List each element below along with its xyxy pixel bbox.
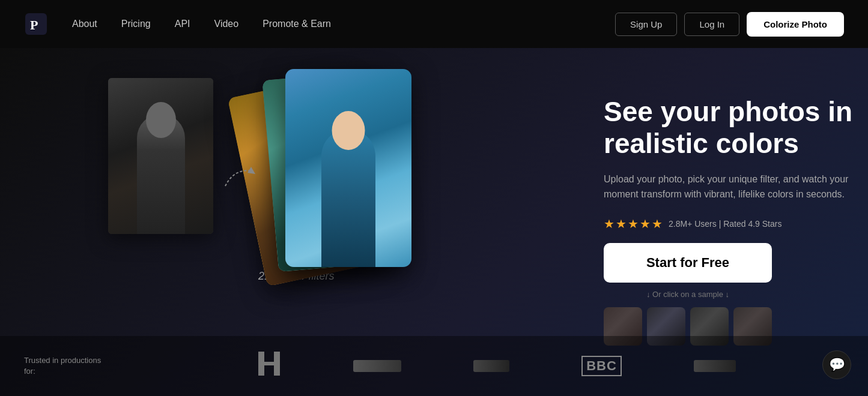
card-main-inner bbox=[285, 69, 411, 267]
colorize-button[interactable]: Colorize Photo bbox=[747, 12, 844, 37]
svg-text:P: P bbox=[30, 17, 38, 32]
color-cards bbox=[234, 66, 463, 306]
stars: ★★★★★ bbox=[604, 217, 664, 231]
nav-links: About Pricing API Video Promote & Earn bbox=[72, 19, 615, 29]
trusted-label: Trusted in productions for: bbox=[24, 355, 101, 377]
rating-text: 2.8M+ Users | Rated 4.9 Stars bbox=[669, 219, 782, 229]
arrow-icon bbox=[222, 162, 258, 196]
hero-description: Upload your photo, pick your unique filt… bbox=[604, 172, 856, 202]
brand-logo-mid bbox=[353, 360, 401, 372]
brand-logo-right bbox=[694, 360, 736, 372]
hero-title: See your photos in realistic colors bbox=[604, 96, 856, 160]
color-card-main bbox=[285, 69, 411, 267]
brand-logos: BBC bbox=[149, 350, 844, 382]
nav-api[interactable]: API bbox=[175, 19, 190, 29]
nav-promote[interactable]: Promote & Earn bbox=[263, 19, 331, 29]
chat-button[interactable]: 💬 bbox=[822, 350, 851, 379]
nav-video[interactable]: Video bbox=[214, 19, 239, 29]
bw-photo bbox=[108, 78, 213, 234]
svg-rect-5 bbox=[274, 352, 280, 376]
history-channel-logo bbox=[257, 350, 281, 382]
bw-photo-inner bbox=[108, 78, 213, 234]
nav-pricing[interactable]: Pricing bbox=[121, 19, 151, 29]
brand-logo-mid2 bbox=[473, 360, 509, 372]
nav-actions: Sign Up Log In Colorize Photo bbox=[615, 12, 844, 37]
rating-row: ★★★★★ 2.8M+ Users | Rated 4.9 Stars bbox=[604, 217, 856, 231]
hero-section: 21+ Color filters See your photos in rea… bbox=[0, 48, 868, 396]
navbar: P About Pricing API Video Promote & Earn… bbox=[0, 0, 868, 48]
logo[interactable]: P bbox=[24, 12, 48, 36]
or-click-text: ↓ Or click on a sample ↓ bbox=[604, 290, 772, 299]
signup-button[interactable]: Sign Up bbox=[615, 13, 677, 36]
trusted-bar: Trusted in productions for: BBC bbox=[0, 336, 868, 396]
nav-about[interactable]: About bbox=[72, 19, 97, 29]
login-button[interactable]: Log In bbox=[684, 13, 739, 36]
start-free-button[interactable]: Start for Free bbox=[604, 243, 772, 283]
bbc-logo: BBC bbox=[581, 356, 622, 376]
